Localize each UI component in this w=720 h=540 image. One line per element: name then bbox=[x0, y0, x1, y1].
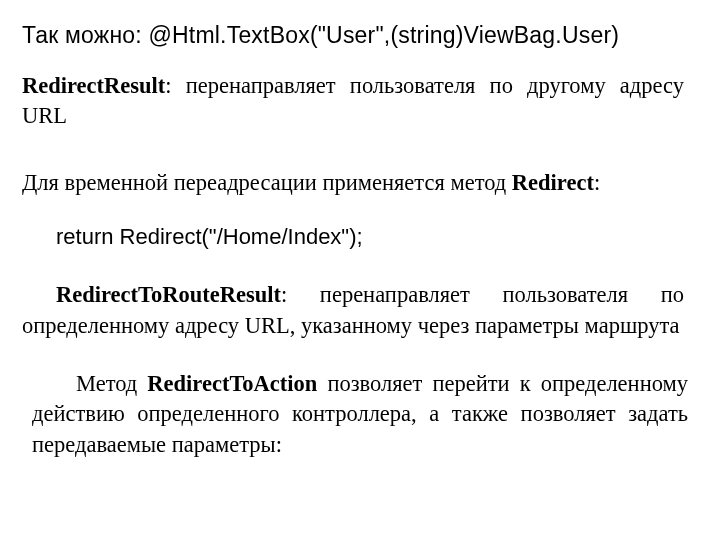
temporal-redirect-paragraph: Для временной переадресации применяется … bbox=[22, 168, 684, 198]
redirecttorouteresult-term: RedirectToRouteResult bbox=[56, 282, 281, 307]
intro-code: @Html.TextBox("User",(string)ViewBag.Use… bbox=[148, 22, 619, 48]
intro-line: Так можно: @Html.TextBox("User",(string)… bbox=[22, 22, 684, 49]
redirecttoaction-paragraph: Метод RedirectToAction позволяет перейти… bbox=[32, 369, 688, 460]
code-text: return Redirect("/Home/Index"); bbox=[56, 224, 363, 249]
rta-term: RedirectToAction bbox=[147, 371, 317, 396]
redirectresult-paragraph: RedirectResult: перенаправляет пользоват… bbox=[22, 71, 684, 132]
code-example: return Redirect("/Home/Index"); bbox=[56, 224, 684, 250]
temporal-suffix: : bbox=[594, 170, 600, 195]
intro-prefix: Так можно: bbox=[22, 22, 148, 48]
redirecttorouteresult-paragraph: RedirectToRouteResult: перенаправляет по… bbox=[22, 280, 684, 341]
temporal-prefix: Для временной переадресации применяется … bbox=[22, 170, 512, 195]
rta-prefix: Метод bbox=[76, 371, 147, 396]
document-page: Так можно: @Html.TextBox("User",(string)… bbox=[0, 0, 720, 478]
redirectresult-term: RedirectResult bbox=[22, 73, 165, 98]
temporal-term: Redirect bbox=[512, 170, 594, 195]
